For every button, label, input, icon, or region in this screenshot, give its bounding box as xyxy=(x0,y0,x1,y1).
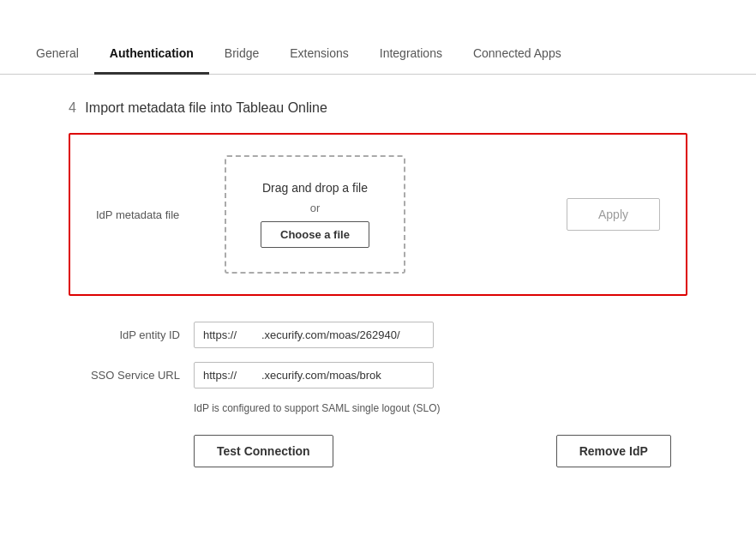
section-number: 4 xyxy=(69,100,76,115)
tab-authentication[interactable]: Authentication xyxy=(94,34,209,75)
idp-metadata-label: IdP metadata file xyxy=(96,208,190,221)
tab-navigation: General Authentication Bridge Extensions… xyxy=(0,34,756,75)
tab-extensions[interactable]: Extensions xyxy=(274,34,363,75)
remove-idp-button[interactable]: Remove IdP xyxy=(556,435,671,467)
idp-entity-label: IdP entity ID xyxy=(69,328,180,341)
choose-file-button[interactable]: Choose a file xyxy=(261,221,369,248)
tab-bridge[interactable]: Bridge xyxy=(209,34,274,75)
test-connection-button[interactable]: Test Connection xyxy=(194,435,333,467)
apply-button[interactable]: Apply xyxy=(567,198,660,231)
tab-general[interactable]: General xyxy=(21,34,94,75)
or-text: or xyxy=(310,202,321,214)
section-title-text: Import metadata file into Tableau Online xyxy=(85,100,327,115)
sso-url-input[interactable] xyxy=(194,362,434,388)
section-title: 4 Import metadata file into Tableau Onli… xyxy=(69,100,687,116)
sso-url-row: SSO Service URL xyxy=(69,362,687,388)
idp-entity-row: IdP entity ID xyxy=(69,322,687,348)
bottom-buttons: Test Connection Remove IdP xyxy=(194,435,687,467)
tab-connected-apps[interactable]: Connected Apps xyxy=(458,34,577,75)
idp-entity-input[interactable] xyxy=(194,322,434,348)
tab-integrations[interactable]: Integrations xyxy=(364,34,458,75)
drop-zone[interactable]: Drag and drop a file or Choose a file xyxy=(225,155,405,274)
main-content: 4 Import metadata file into Tableau Onli… xyxy=(0,75,756,493)
upload-section: IdP metadata file Drag and drop a file o… xyxy=(69,133,687,296)
sso-url-label: SSO Service URL xyxy=(69,369,180,382)
drop-text: Drag and drop a file xyxy=(262,181,368,195)
saml-note: IdP is configured to support SAML single… xyxy=(194,402,687,414)
